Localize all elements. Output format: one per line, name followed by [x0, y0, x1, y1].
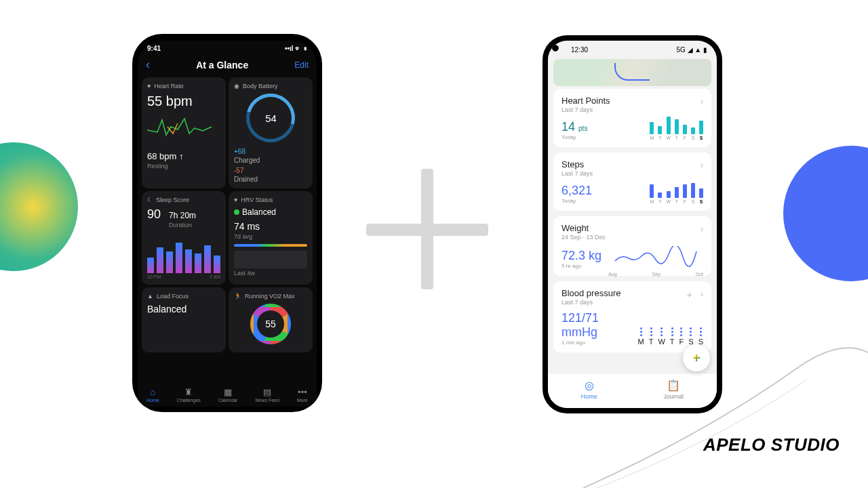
hrv-label: HRV Status	[241, 197, 273, 203]
drained-label: Drained	[234, 176, 307, 183]
heart-rate-value: 55 bpm	[147, 94, 220, 109]
add-icon[interactable]: +	[687, 289, 692, 300]
sleep-card[interactable]: ☾Sleep Score 90 7h 20m Duration 10 PM7 A…	[142, 191, 226, 285]
plus-multicolor-icon: +	[692, 350, 701, 366]
tab-newsfeed[interactable]: ▤News Feed	[255, 387, 279, 403]
target-icon: ◎	[581, 379, 597, 392]
hrv-range-strip	[234, 244, 307, 247]
status-time: 12:30	[571, 46, 588, 54]
tab-home[interactable]: ⌂Home	[146, 387, 159, 403]
steps-sub: Last 7 days	[561, 170, 703, 177]
heart-points-value: 14 pts	[561, 120, 587, 134]
map-preview[interactable]	[553, 59, 711, 86]
load-focus-value: Balanced	[147, 304, 220, 314]
status-time: 9:41	[147, 45, 161, 52]
body-battery-label: Body Battery	[243, 83, 278, 89]
load-icon: ▲	[147, 293, 153, 300]
hrv-sub: 7d avg	[234, 233, 307, 240]
hrv-value: 74 ms	[234, 221, 307, 232]
load-focus-label: Load Focus	[157, 293, 189, 300]
header: ‹ At a Glance Edit	[138, 56, 317, 77]
tab-calendar[interactable]: ▦Calendar	[218, 387, 237, 403]
decorative-gradient-left	[0, 142, 78, 271]
bp-sub: Last 7 days	[561, 299, 703, 306]
body-battery-card[interactable]: ◉Body Battery 54 +68 Charged -57 Drained	[229, 77, 313, 188]
heart-rate-label: Heart Rate	[154, 83, 184, 89]
add-fab[interactable]: +	[683, 344, 710, 371]
sleep-end: 7 AM	[210, 274, 220, 279]
hrv-period: Last 4w	[234, 270, 307, 277]
phone-garmin: 9:41 ••ıl ᯤ ▮ ‹ At a Glance Edit ♥Heart …	[132, 34, 322, 412]
tab-bar: ⌂Home ♜Challenges ▦Calendar ▤News Feed •…	[138, 383, 317, 407]
news-icon: ▤	[255, 387, 279, 397]
status-icons: 5G ◢ ▲ ▮	[676, 46, 707, 54]
weight-when: 5 hr ago	[561, 263, 601, 269]
steps-value: 6,321	[561, 184, 592, 198]
heart-points-card[interactable]: Heart Points Last 7 days › 14 pts Today …	[553, 89, 711, 147]
clipboard-icon: 📋	[664, 379, 684, 392]
back-button[interactable]: ‹	[146, 58, 150, 72]
steps-bars: MTWTFSS	[650, 182, 703, 204]
heart-rate-sparkline	[147, 113, 215, 140]
chevron-right-icon: ›	[701, 224, 703, 234]
steps-card[interactable]: Steps Last 7 days › 6,321 Today MTWTFSS	[553, 152, 711, 211]
heart-points-bars: MTWTFSS	[650, 119, 703, 140]
bp-title: Blood pressure	[561, 288, 703, 298]
bp-value: 121/71 mmHg	[561, 311, 638, 340]
vo2-ring: 55	[250, 304, 291, 344]
status-bar: 9:41 ••ıl ᯤ ▮	[138, 41, 317, 56]
home-icon: ⌂	[146, 387, 159, 397]
tab-more[interactable]: •••More	[297, 387, 308, 403]
sleep-start: 10 PM	[147, 274, 161, 279]
resting-value: 68 bpm ↑	[147, 151, 220, 161]
sleep-duration: 7h 20m	[169, 211, 196, 220]
heart-icon: ♥	[234, 197, 237, 203]
hrv-mini-chart	[234, 251, 307, 268]
status-bar: 12:30 5G ◢ ▲ ▮	[548, 41, 717, 56]
steps-when: Today	[561, 198, 592, 204]
bottom-nav: ◎Home 📋Journal	[548, 373, 717, 408]
weight-card[interactable]: Weight 24 Sep - 13 Dec › 72.3 kg 5 hr ag…	[553, 216, 711, 276]
body-battery-ring: 54	[237, 85, 304, 151]
nav-home[interactable]: ◎Home	[581, 379, 597, 400]
page-title: At a Glance	[196, 60, 248, 70]
hrv-status: Balanced	[242, 207, 276, 217]
hrv-card[interactable]: ♥HRV Status Balanced 74 ms 7d avg Last 4…	[229, 191, 313, 285]
charged-value: +68	[234, 148, 245, 155]
bp-when: 1 min ago	[561, 340, 638, 346]
decorative-circle-right	[783, 146, 868, 281]
heart-points-when: Today	[561, 134, 587, 140]
brand-watermark: APELO STUDIO	[703, 434, 840, 455]
camera-cutout	[552, 45, 559, 52]
tab-challenges[interactable]: ♜Challenges	[177, 387, 201, 403]
nav-journal[interactable]: 📋Journal	[664, 379, 684, 400]
chevron-right-icon: ›	[701, 161, 703, 170]
weight-sparkline: AugSepOct	[608, 246, 703, 269]
chevron-right-icon: ›	[701, 289, 703, 299]
vo2-label: Running VO2 Max	[245, 293, 295, 300]
heart-points-title: Heart Points	[561, 96, 703, 106]
chevron-right-icon: ›	[701, 97, 703, 106]
steps-title: Steps	[561, 159, 703, 169]
heart-icon: ♥	[147, 83, 151, 89]
running-icon: 🏃	[234, 293, 241, 300]
calendar-icon: ▦	[218, 387, 237, 397]
resting-label: Resting	[147, 163, 220, 169]
vo2-card[interactable]: 🏃Running VO2 Max 55	[229, 287, 313, 352]
load-focus-card[interactable]: ▲Load Focus Balanced	[142, 287, 226, 352]
bp-dots: MTWTFSS	[638, 327, 703, 346]
weight-value: 72.3 kg	[561, 249, 601, 263]
weight-sub: 24 Sep - 13 Dec	[561, 234, 703, 241]
battery-icon: ◉	[234, 83, 239, 89]
phone-google-fit: 12:30 5G ◢ ▲ ▮ Heart Points Last 7 days …	[542, 35, 722, 413]
edit-button[interactable]: Edit	[294, 60, 309, 70]
heart-points-sub: Last 7 days	[561, 106, 703, 113]
status-dot-icon	[234, 209, 239, 215]
drained-value: -57	[234, 167, 243, 174]
charged-label: Charged	[234, 157, 307, 164]
heart-rate-card[interactable]: ♥Heart Rate 55 bpm 68 bpm ↑ Resting	[142, 77, 226, 188]
weight-title: Weight	[561, 223, 703, 233]
status-icons: ••ıl ᯤ ▮	[285, 45, 307, 52]
blood-pressure-card[interactable]: Blood pressure Last 7 days + › 121/71 mm…	[553, 281, 711, 352]
moon-icon: ☾	[147, 197, 153, 203]
